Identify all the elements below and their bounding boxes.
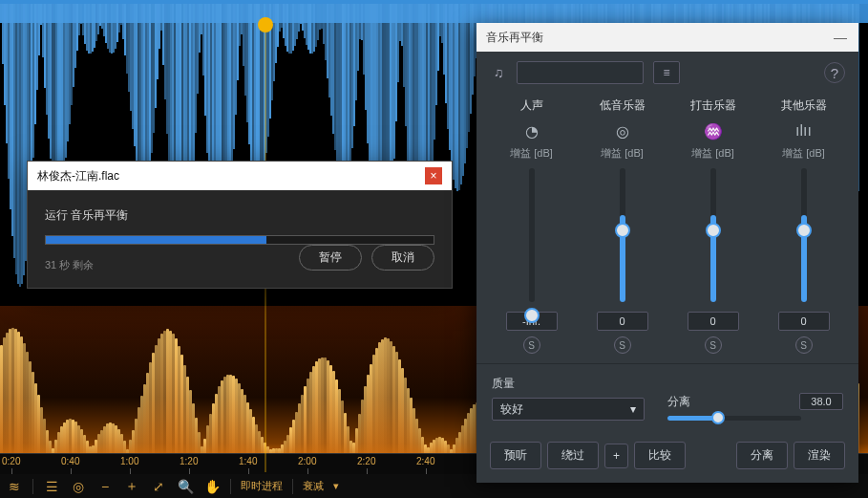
solo-button[interactable]: S: [795, 336, 813, 354]
quality-value: 较好: [500, 401, 523, 418]
hand-icon[interactable]: ✋: [203, 478, 221, 495]
gain-slider[interactable]: [710, 168, 716, 302]
solo-button[interactable]: S: [614, 336, 631, 354]
waveform-mode-icon[interactable]: ≋: [6, 478, 23, 495]
progress-bar: [45, 235, 434, 245]
zoom-out-icon[interactable]: −: [96, 478, 114, 495]
panel-minimize-icon[interactable]: —: [832, 29, 849, 46]
panel-title-text: 音乐再平衡: [486, 30, 543, 46]
gain-slider[interactable]: [801, 168, 807, 302]
solo-button[interactable]: S: [523, 336, 540, 354]
dialog-titlebar[interactable]: 林俊杰-江南.flac ×: [28, 162, 452, 190]
separate-button[interactable]: 分离: [736, 442, 788, 469]
gain-label: 增益 [dB]: [510, 146, 553, 161]
settings-icon[interactable]: ◎: [70, 478, 87, 495]
timeline-label: 0:20: [2, 456, 20, 466]
separation-label: 分离: [667, 394, 690, 410]
zoom-vert-icon[interactable]: ⤢: [150, 478, 167, 495]
gain-value[interactable]: 0: [778, 312, 830, 331]
gain-value[interactable]: 0: [688, 312, 739, 331]
timeline-label: 0:40: [61, 456, 79, 466]
timeline-label: 2:00: [298, 456, 316, 466]
timeline-label: 2:20: [357, 456, 375, 466]
separation-value[interactable]: 38.0: [799, 393, 843, 410]
instrument-icon: ♒: [704, 121, 723, 141]
timeline-label: 1:00: [120, 456, 138, 466]
column-title: 低音乐器: [600, 97, 646, 114]
timeline-label: 1:40: [239, 456, 257, 466]
gain-label: 增益 [dB]: [601, 146, 644, 161]
timeline-label: 2:40: [416, 456, 434, 466]
cancel-button[interactable]: 取消: [371, 245, 434, 271]
dialog-message: 运行 音乐再平衡: [45, 207, 434, 224]
music-rebalance-panel: 音乐再平衡 — ♫ ≡ ? 人声◔增益 [dB]-Inf.S低音乐器◎增益 [d…: [476, 23, 858, 483]
column-title: 打击乐器: [690, 97, 736, 114]
preset-menu-button[interactable]: ≡: [653, 61, 680, 84]
plus-button[interactable]: +: [604, 444, 628, 468]
help-icon[interactable]: ?: [824, 62, 845, 83]
close-icon[interactable]: ×: [425, 167, 442, 184]
preview-button[interactable]: 预听: [490, 442, 541, 469]
list-icon[interactable]: ☰: [43, 478, 60, 495]
instrument-icon: ◎: [616, 121, 629, 141]
instrument-icon: ılıı: [795, 121, 812, 141]
instrument-icon: ◔: [525, 121, 539, 141]
quality-label: 质量: [492, 376, 645, 392]
instant-process-label[interactable]: 即时进程: [241, 479, 283, 493]
separation-slider[interactable]: [667, 416, 801, 421]
gain-value[interactable]: 0: [597, 312, 648, 331]
progress-dialog: 林俊杰-江南.flac × 运行 音乐再平衡 31 秒 剩余 暂停 取消: [27, 161, 453, 289]
fade-chevron-icon[interactable]: ▾: [333, 480, 339, 492]
timeline-label: 1:20: [180, 456, 198, 466]
gain-column-3: 其他乐器ılıı增益 [dB]0S: [764, 97, 844, 354]
render-button[interactable]: 渲染: [794, 442, 845, 469]
bypass-button[interactable]: 绕过: [547, 442, 599, 469]
gain-label: 增益 [dB]: [782, 146, 825, 161]
dialog-title-text: 林俊杰-江南.flac: [37, 168, 119, 184]
column-title: 其他乐器: [781, 97, 827, 114]
panel-titlebar[interactable]: 音乐再平衡 —: [476, 23, 858, 52]
pause-button[interactable]: 暂停: [299, 245, 362, 271]
gain-slider[interactable]: [529, 168, 535, 302]
gain-label: 增益 [dB]: [691, 146, 734, 161]
gain-column-2: 打击乐器♒增益 [dB]0S: [673, 97, 753, 354]
preset-dropdown[interactable]: [517, 61, 644, 84]
time-remaining: 31 秒 剩余: [45, 258, 94, 272]
zoom-in-icon[interactable]: ＋: [123, 478, 140, 495]
compare-button[interactable]: 比较: [634, 442, 686, 469]
magnify-icon[interactable]: 🔍: [177, 478, 194, 495]
gain-column-0: 人声◔增益 [dB]-Inf.S: [492, 97, 572, 354]
chevron-down-icon: ▾: [630, 402, 636, 416]
column-title: 人声: [520, 97, 543, 114]
tuning-fork-icon: ♫: [490, 64, 507, 81]
fade-label[interactable]: 衰减: [303, 479, 324, 493]
quality-select[interactable]: 较好 ▾: [492, 398, 645, 421]
gain-slider[interactable]: [620, 168, 625, 302]
gain-column-1: 低音乐器◎增益 [dB]0S: [582, 97, 663, 354]
solo-button[interactable]: S: [705, 336, 722, 354]
